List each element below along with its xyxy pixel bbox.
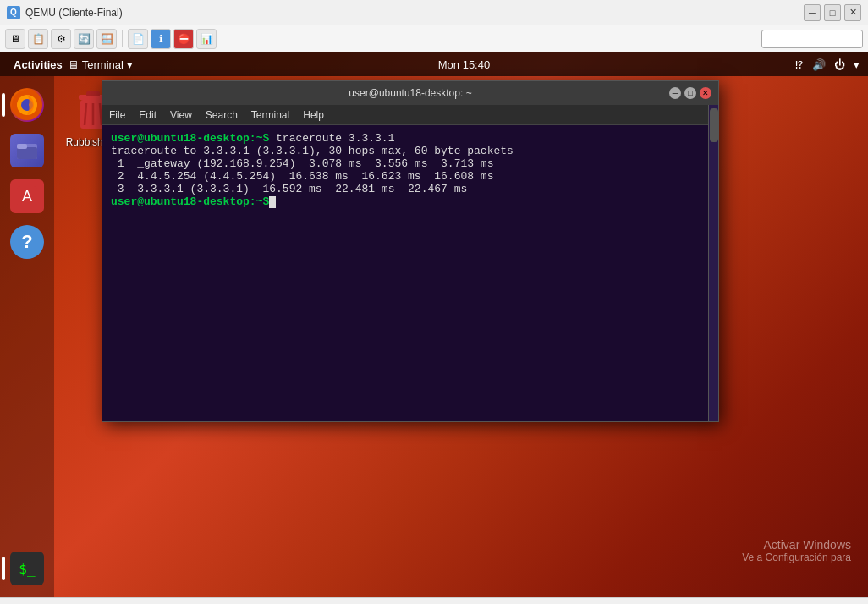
- power-icon[interactable]: ⏻: [834, 58, 845, 71]
- terminal-menu-view[interactable]: View: [170, 109, 192, 121]
- qemu-close-button[interactable]: ✕: [844, 4, 861, 21]
- terminal-titlebar[interactable]: user@ubuntu18-desktop: ~ ─ □ ✕: [102, 81, 718, 105]
- terminal-line-4: 2 4.4.5.254 (4.4.5.254) 16.638 ms 16.623…: [111, 170, 710, 183]
- dock-item-help[interactable]: ?: [7, 222, 47, 262]
- terminal-menu-edit[interactable]: Edit: [139, 109, 157, 121]
- terminal-menu-terminal[interactable]: Terminal: [251, 109, 289, 121]
- watermark-line1: Activar Windows: [742, 538, 851, 552]
- terminal-line-2: traceroute to 3.3.3.1 (3.3.3.1), 30 hops…: [111, 145, 710, 157]
- terminal-menu[interactable]: 🖥 Terminal ▾: [68, 58, 133, 71]
- svg-rect-9: [86, 91, 100, 96]
- terminal-output-4: 3 3.3.3.1 (3.3.3.1) 16.592 ms 22.481 ms …: [111, 183, 467, 195]
- toolbar-btn-info[interactable]: ℹ: [151, 29, 171, 49]
- toolbar-separator-1: [122, 30, 123, 47]
- qemu-toolbar: 🖥 📋 ⚙ 🔄 🪟 📄 ℹ ⛔ 📊: [0, 25, 868, 52]
- ubuntu-topbar: Activities 🖥 Terminal ▾ Mon 15:40 ⁉ 🔊 ⏻ …: [0, 52, 868, 76]
- topbar-chevron[interactable]: ▾: [854, 58, 860, 71]
- topbar-right-icons: ⁉ 🔊 ⏻ ▾: [795, 58, 860, 71]
- toolbar-btn-chart[interactable]: 📊: [196, 29, 217, 49]
- terminal-line-1: user@ubuntu18-desktop:~$ traceroute 3.3.…: [111, 132, 710, 145]
- toolbar-btn-monitor[interactable]: 🖥: [5, 29, 25, 49]
- terminal-line-5: 3 3.3.3.1 (3.3.3.1) 16.592 ms 22.481 ms …: [111, 183, 710, 195]
- terminal-output-2: 1 _gateway (192.168.9.254) 3.078 ms 3.55…: [111, 157, 493, 170]
- terminal-output-1: traceroute to 3.3.3.1 (3.3.3.1), 30 hops…: [111, 145, 514, 157]
- terminal-dock-icon: $_: [10, 552, 44, 585]
- accessibility-icon[interactable]: ⁉: [795, 58, 804, 71]
- watermark-line2: Ve a Configuración para: [742, 552, 851, 563]
- qemu-titlebar: Q QEMU (Cliente-Final) ─ □ ✕: [0, 0, 868, 25]
- terminal-command-1: traceroute 3.3.3.1: [269, 132, 394, 145]
- terminal-scrollbar-thumb[interactable]: [710, 108, 718, 142]
- windows-watermark: Activar Windows Ve a Configuración para: [742, 538, 851, 563]
- dock-item-files[interactable]: [7, 130, 47, 171]
- terminal-menubar: File Edit View Search Terminal Help: [102, 105, 718, 125]
- desktop-content: A ? $_: [0, 76, 868, 597]
- dock-item-firefox[interactable]: [7, 85, 47, 125]
- terminal-prompt-1: user@ubuntu18-desktop:~$: [111, 132, 269, 145]
- ubuntu-clock: Mon 15:40: [133, 58, 795, 71]
- dock-item-terminal[interactable]: $_: [7, 548, 47, 589]
- qemu-window-controls: ─ □ ✕: [804, 4, 861, 21]
- svg-text:A: A: [22, 188, 32, 205]
- qemu-maximize-button[interactable]: □: [824, 4, 841, 21]
- terminal-window-icon: 🖥: [68, 58, 79, 71]
- terminal-cursor: [269, 196, 276, 208]
- terminal-menu-search[interactable]: Search: [206, 109, 238, 121]
- terminal-close-button[interactable]: ✕: [700, 87, 711, 99]
- software-icon: A: [10, 179, 44, 213]
- toolbar-btn-settings[interactable]: ⚙: [51, 29, 71, 49]
- terminal-maximize-button[interactable]: □: [684, 87, 696, 99]
- terminal-line-3: 1 _gateway (192.168.9.254) 3.078 ms 3.55…: [111, 157, 710, 170]
- terminal-menu-help[interactable]: Help: [303, 109, 324, 121]
- dock-item-software[interactable]: A: [7, 176, 47, 217]
- toolbar-btn-window[interactable]: 🪟: [96, 29, 117, 49]
- ubuntu-dock: A ? $_: [0, 76, 54, 597]
- volume-icon[interactable]: 🔊: [812, 58, 826, 71]
- qemu-statusbar: [0, 597, 868, 604]
- help-icon: ?: [10, 225, 44, 259]
- terminal-menu-label: Terminal: [82, 58, 124, 71]
- toolbar-btn-refresh[interactable]: 🔄: [74, 29, 94, 49]
- terminal-line-6: user@ubuntu18-desktop:~$: [111, 195, 710, 208]
- terminal-window-controls: ─ □ ✕: [669, 87, 711, 99]
- qemu-title: QEMU (Cliente-Final): [25, 7, 799, 19]
- files-icon: [10, 134, 44, 167]
- terminal-prompt-2: user@ubuntu18-desktop:~$: [111, 195, 269, 208]
- qemu-minimize-button[interactable]: ─: [804, 4, 821, 21]
- ubuntu-desktop: Activities 🖥 Terminal ▾ Mon 15:40 ⁉ 🔊 ⏻ …: [0, 52, 868, 604]
- activities-button[interactable]: Activities: [8, 58, 68, 71]
- terminal-menu-file[interactable]: File: [109, 109, 125, 121]
- svg-rect-5: [17, 144, 27, 149]
- terminal-title: user@ubuntu18-desktop: ~: [349, 87, 471, 99]
- terminal-window: user@ubuntu18-desktop: ~ ─ □ ✕ File Edit…: [102, 80, 719, 422]
- terminal-minimize-button[interactable]: ─: [669, 87, 681, 99]
- toolbar-search-input[interactable]: [761, 30, 863, 48]
- qemu-app-icon: Q: [7, 6, 20, 19]
- terminal-scrollbar[interactable]: [708, 105, 718, 421]
- toolbar-btn-screenshot[interactable]: 📋: [28, 29, 48, 49]
- qemu-window: Q QEMU (Cliente-Final) ─ □ ✕ 🖥 📋 ⚙ 🔄 🪟 📄…: [0, 0, 868, 604]
- firefox-icon: [10, 88, 44, 122]
- svg-rect-4: [17, 147, 37, 159]
- toolbar-btn-file[interactable]: 📄: [128, 29, 148, 49]
- terminal-menu-chevron: ▾: [127, 58, 133, 71]
- terminal-output-3: 2 4.4.5.254 (4.4.5.254) 16.638 ms 16.623…: [111, 170, 493, 183]
- toolbar-btn-stop[interactable]: ⛔: [173, 29, 194, 49]
- terminal-body[interactable]: user@ubuntu18-desktop:~$ traceroute 3.3.…: [102, 125, 718, 421]
